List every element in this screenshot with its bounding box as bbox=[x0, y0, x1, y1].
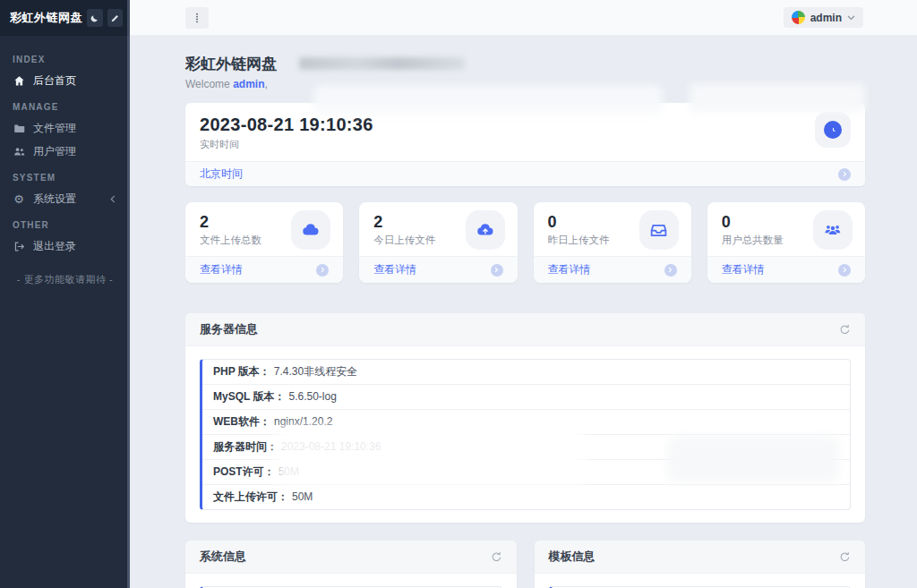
home-icon bbox=[13, 75, 25, 87]
arrow-circle-icon[interactable] bbox=[838, 264, 851, 277]
template-info-body: 您使用的已是最新版本！ bbox=[535, 574, 866, 588]
arrow-circle-icon[interactable] bbox=[664, 264, 677, 277]
system-info-body: 您使用的已是最新版本！ bbox=[185, 574, 517, 588]
stat-footer: 查看详情 bbox=[185, 256, 343, 283]
refresh-icon[interactable] bbox=[491, 551, 502, 563]
cloud-upload-icon bbox=[466, 210, 505, 250]
view-details-link[interactable]: 查看详情 bbox=[722, 262, 765, 277]
sidebar-item-dashboard[interactable]: 后台首页 bbox=[0, 69, 130, 92]
sidebar-item-label: 退出登录 bbox=[33, 240, 76, 252]
row-label: MySQL 版本： bbox=[213, 390, 285, 403]
dark-mode-button[interactable] bbox=[87, 9, 103, 27]
refresh-icon[interactable] bbox=[839, 551, 851, 563]
gear-icon: ⚙ bbox=[13, 193, 25, 205]
sidebar-header: 彩虹外链网盘 bbox=[0, 0, 130, 36]
row-value: nginx/1.20.2 bbox=[274, 415, 332, 428]
arrow-circle-icon[interactable] bbox=[316, 264, 329, 277]
stats-row: 2 文件上传总数 查看详情 2 今日上传文件 bbox=[185, 202, 865, 283]
nav-section-manage: MANAGE bbox=[0, 92, 130, 116]
server-row-mysql: MySQL 版本：5.6.50-log bbox=[202, 385, 850, 410]
time-card-body: 2023-08-21 19:10:36 实时时间 bbox=[185, 103, 865, 161]
sidebar: 彩虹外链网盘 INDEX 后台首页 MANAGE 文件管理 bbox=[0, 0, 130, 588]
time-card-footer: 北京时间 bbox=[185, 161, 865, 186]
stat-footer: 查看详情 bbox=[534, 256, 691, 283]
logout-icon bbox=[13, 241, 25, 252]
sidebar-item-files[interactable]: 文件管理 bbox=[0, 116, 130, 140]
sidebar-nav: INDEX 后台首页 MANAGE 文件管理 用户管理 SYSTEM ⚙ 系统设… bbox=[0, 36, 130, 286]
nav-section-other: OTHER bbox=[0, 210, 130, 234]
sidebar-item-logout[interactable]: 退出登录 bbox=[0, 234, 130, 258]
row-value: 7.4.30非线程安全 bbox=[274, 365, 357, 378]
template-info-card: 模板信息 您使用的已是最新版本！ bbox=[535, 541, 866, 588]
server-row-web: WEB软件：nginx/1.20.2 bbox=[202, 410, 850, 435]
sidebar-item-label: 文件管理 bbox=[33, 122, 76, 134]
stat-body: 2 文件上传总数 bbox=[185, 202, 343, 256]
clock-icon bbox=[824, 121, 842, 139]
time-label: 实时时间 bbox=[200, 138, 851, 151]
app-title: 彩虹外链网盘 bbox=[10, 10, 82, 26]
system-info-header: 系统信息 bbox=[185, 541, 517, 574]
dots-vertical-icon bbox=[191, 11, 203, 25]
edit-theme-button[interactable] bbox=[107, 9, 124, 27]
server-info-list: PHP 版本：7.4.30非线程安全 MySQL 版本：5.6.50-log W… bbox=[200, 359, 851, 510]
row-value: 50M bbox=[279, 465, 299, 478]
row-value: 2023-08-21 19:10:36 bbox=[281, 440, 381, 453]
row-label: 服务器时间： bbox=[213, 440, 278, 453]
view-details-link[interactable]: 查看详情 bbox=[373, 262, 416, 277]
server-info-body: PHP 版本：7.4.30非线程安全 MySQL 版本：5.6.50-log W… bbox=[185, 346, 865, 523]
folder-icon bbox=[13, 123, 25, 134]
stat-body: 2 今日上传文件 bbox=[359, 202, 517, 256]
arrow-circle-icon[interactable] bbox=[838, 168, 851, 181]
welcome-text: Welcome admin, bbox=[185, 78, 865, 90]
server-row-post: POST许可：50M bbox=[202, 460, 850, 485]
sidebar-item-label: 后台首页 bbox=[33, 74, 76, 87]
server-info-header: 服务器信息 bbox=[185, 313, 865, 346]
bottom-row: 系统信息 您使用的已是最新版本！ 模板信息 您使用的已是最新版本！ bbox=[185, 541, 865, 588]
row-label: PHP 版本： bbox=[213, 365, 270, 378]
welcome-username-link[interactable]: admin bbox=[233, 78, 264, 90]
main-content: 彩虹外链网盘 Welcome admin, 2023-08-21 19:10:3… bbox=[130, 36, 917, 588]
stat-card-total-uploads: 2 文件上传总数 查看详情 bbox=[185, 202, 343, 283]
template-info-header: 模板信息 bbox=[535, 541, 866, 574]
arrow-circle-icon[interactable] bbox=[491, 264, 503, 277]
welcome-suffix: , bbox=[264, 78, 267, 90]
row-value: 50M bbox=[292, 490, 313, 503]
time-card: 2023-08-21 19:10:36 实时时间 北京时间 bbox=[185, 103, 865, 186]
template-info-title: 模板信息 bbox=[549, 549, 596, 565]
row-value: 5.6.50-log bbox=[288, 390, 336, 403]
beijing-time-link[interactable]: 北京时间 bbox=[200, 166, 243, 182]
stat-body: 0 昨日上传文件 bbox=[534, 202, 691, 256]
users-icon bbox=[13, 146, 25, 158]
sidebar-item-settings[interactable]: ⚙ 系统设置 bbox=[0, 187, 130, 210]
user-menu[interactable]: admin bbox=[784, 7, 863, 28]
sidebar-item-label: 系统设置 bbox=[33, 192, 76, 205]
stat-footer: 查看详情 bbox=[707, 256, 865, 283]
welcome-prefix: Welcome bbox=[185, 78, 230, 90]
current-time: 2023-08-21 19:10:36 bbox=[200, 115, 851, 135]
server-row-php: PHP 版本：7.4.30非线程安全 bbox=[202, 360, 850, 385]
page-header: 彩虹外链网盘 Welcome admin, bbox=[185, 55, 865, 90]
server-info-title: 服务器信息 bbox=[200, 321, 258, 337]
view-details-link[interactable]: 查看详情 bbox=[548, 262, 591, 277]
stat-body: 0 用户总共数量 bbox=[707, 202, 865, 256]
stat-card-total-users: 0 用户总共数量 查看详情 bbox=[707, 202, 865, 283]
cloud-icon bbox=[291, 210, 330, 250]
row-label: POST许可： bbox=[213, 465, 275, 478]
refresh-icon[interactable] bbox=[839, 324, 851, 336]
nav-section-index: INDEX bbox=[0, 45, 130, 69]
server-row-time: 服务器时间：2023-08-21 19:10:36 bbox=[202, 435, 850, 460]
chevron-down-icon bbox=[847, 15, 855, 21]
row-label: WEB软件： bbox=[213, 415, 270, 428]
topbar: admin bbox=[130, 0, 917, 36]
system-info-card: 系统信息 您使用的已是最新版本！ bbox=[185, 541, 517, 588]
sidebar-item-users[interactable]: 用户管理 bbox=[0, 140, 130, 163]
user-group-icon bbox=[813, 210, 853, 250]
sidebar-item-label: 用户管理 bbox=[33, 145, 76, 158]
view-details-link[interactable]: 查看详情 bbox=[200, 262, 243, 277]
server-info-card: 服务器信息 PHP 版本：7.4.30非线程安全 MySQL 版本：5.6.50… bbox=[185, 313, 865, 523]
pencil-icon bbox=[110, 13, 120, 23]
inbox-icon bbox=[639, 210, 679, 250]
system-info-title: 系统信息 bbox=[200, 549, 246, 565]
sidebar-toggle-button[interactable] bbox=[185, 7, 209, 29]
nav-section-system: SYSTEM bbox=[0, 163, 130, 187]
